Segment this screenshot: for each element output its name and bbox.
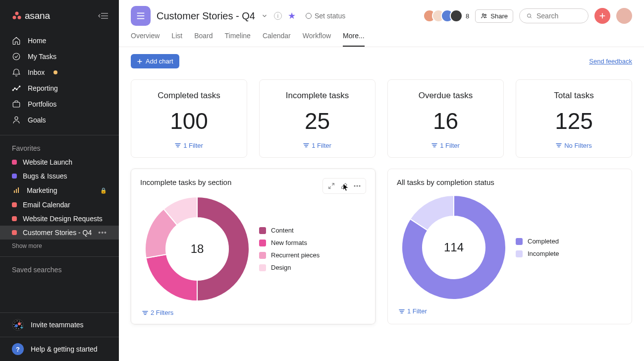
saved-searches-heading: Saved searches xyxy=(0,261,119,277)
favorite-item[interactable]: Website Design Requests xyxy=(0,212,119,226)
logo[interactable]: asana xyxy=(12,10,50,21)
nav-label: Inbox xyxy=(28,68,45,76)
sidebar-item-inbox[interactable]: Inbox xyxy=(0,64,119,80)
more-icon[interactable]: ••• xyxy=(98,229,107,237)
legend-label: Design xyxy=(271,264,291,271)
stat-value: 100 xyxy=(139,108,239,134)
add-chart-label: Add chart xyxy=(146,58,173,65)
sidebar-item-my-tasks[interactable]: My Tasks xyxy=(0,49,119,64)
chart-legend: CompletedIncomplete xyxy=(516,238,559,257)
svg-point-46 xyxy=(354,185,356,187)
favorite-item[interactable]: Marketing🔒 xyxy=(0,183,119,198)
legend-item: Recurrent pieces xyxy=(259,251,320,259)
member-avatars[interactable]: 8 xyxy=(423,9,469,22)
svg-rect-11 xyxy=(13,102,20,107)
share-button[interactable]: Share xyxy=(475,9,513,23)
search-input[interactable] xyxy=(537,12,581,20)
favorite-label: Website Launch xyxy=(23,158,72,166)
set-status-button[interactable]: Set status xyxy=(306,12,345,20)
my-tasks-icon xyxy=(12,52,21,61)
project-tabs: OverviewListBoardTimelineCalendarWorkflo… xyxy=(119,26,644,47)
stat-card[interactable]: Incomplete tasks 25 1 Filter xyxy=(259,79,376,158)
legend-swatch-icon xyxy=(259,252,266,259)
svg-point-12 xyxy=(15,117,18,120)
stat-filter-link[interactable]: 1 Filter xyxy=(175,142,203,149)
chart-card[interactable]: All tasks by completion status 114 Compl… xyxy=(387,169,632,324)
stat-filter-link[interactable]: No Filters xyxy=(556,142,592,149)
member-count: 8 xyxy=(466,12,469,20)
legend-label: Content xyxy=(271,227,294,234)
help-button[interactable]: ? Help & getting started xyxy=(0,337,119,361)
people-icon xyxy=(481,12,487,19)
star-icon[interactable]: ★ xyxy=(288,10,296,21)
donut-chart: 114 xyxy=(402,195,506,300)
svg-rect-13 xyxy=(14,190,15,193)
stat-filter-link[interactable]: 1 Filter xyxy=(303,142,331,149)
favorite-item[interactable]: Website Launch xyxy=(0,155,119,169)
legend-swatch-icon xyxy=(259,264,266,271)
favorite-item[interactable]: Customer Stories - Q4••• xyxy=(0,226,119,240)
tab-calendar[interactable]: Calendar xyxy=(263,32,291,47)
svg-point-0 xyxy=(15,12,19,15)
stat-card[interactable]: Total tasks 125 No Filters xyxy=(516,79,632,158)
dashboard-toolbar: Add chart Send feedback xyxy=(119,47,644,75)
plus-icon xyxy=(598,12,606,20)
project-color-icon xyxy=(12,216,17,221)
portfolios-icon xyxy=(12,100,21,109)
sidebar-item-portfolios[interactable]: Portfolios xyxy=(0,96,119,112)
project-icon[interactable] xyxy=(131,6,151,26)
sidebar-item-home[interactable]: Home xyxy=(0,33,119,49)
main-content: Customer Stories - Q4 i ★ Set status xyxy=(119,0,644,361)
chart-legend: ContentNew formatsRecurrent piecesDesign xyxy=(259,227,320,271)
tab-board[interactable]: Board xyxy=(194,32,213,47)
project-color-icon xyxy=(12,230,17,235)
send-feedback-link[interactable]: Send feedback xyxy=(589,58,632,65)
avatar xyxy=(450,9,463,22)
tab-workflow[interactable]: Workflow xyxy=(303,32,331,47)
favorite-item[interactable]: Bugs & Issues xyxy=(0,169,119,183)
stat-card[interactable]: Completed tasks 100 1 Filter xyxy=(131,79,247,158)
stat-title: Overdue tasks xyxy=(396,91,495,101)
inbox-icon xyxy=(12,68,21,77)
legend-swatch-icon xyxy=(259,240,266,246)
edit-icon[interactable] xyxy=(339,180,350,191)
tab-more[interactable]: More... xyxy=(343,32,365,47)
search-box[interactable] xyxy=(519,8,589,23)
more-icon[interactable] xyxy=(352,180,363,191)
legend-swatch-icon xyxy=(516,250,523,257)
legend-label: New formats xyxy=(271,239,307,246)
favorite-item[interactable]: Email Calendar xyxy=(0,198,119,212)
invite-teammates-button[interactable]: + Invite teammates xyxy=(0,312,119,337)
chart-filter-link[interactable]: 2 Filters xyxy=(140,309,173,316)
show-more-favorites[interactable]: Show more xyxy=(0,240,119,252)
svg-point-8 xyxy=(14,88,15,89)
svg-rect-14 xyxy=(16,189,17,193)
add-chart-button[interactable]: Add chart xyxy=(131,54,179,68)
invite-label: Invite teammates xyxy=(31,321,84,329)
collapse-sidebar-button[interactable] xyxy=(95,8,111,24)
svg-point-25 xyxy=(485,14,486,16)
project-menu-chevron-icon[interactable] xyxy=(261,12,268,19)
tab-overview[interactable]: Overview xyxy=(131,32,160,47)
favorite-label: Bugs & Issues xyxy=(23,172,67,180)
chart-filter-link[interactable]: 1 Filter xyxy=(397,307,427,315)
sidebar-item-reporting[interactable]: Reporting xyxy=(0,80,119,96)
svg-point-7 xyxy=(12,90,13,91)
stat-card[interactable]: Overdue tasks 16 1 Filter xyxy=(387,79,504,158)
expand-icon[interactable] xyxy=(326,180,337,191)
tab-timeline[interactable]: Timeline xyxy=(225,32,251,47)
chart-card[interactable]: Incomplete tasks by section 18 ContentNe… xyxy=(131,169,376,324)
sidebar-item-goals[interactable]: Goals xyxy=(0,112,119,128)
global-add-button[interactable] xyxy=(594,8,610,24)
tab-list[interactable]: List xyxy=(171,32,182,47)
svg-point-18 xyxy=(15,324,18,327)
invite-icon: + xyxy=(12,319,24,331)
plus-icon xyxy=(137,59,143,64)
chart-title: All tasks by completion status xyxy=(397,178,494,186)
lock-icon: 🔒 xyxy=(100,187,107,194)
info-icon[interactable]: i xyxy=(274,12,282,20)
project-color-icon xyxy=(12,160,17,165)
user-avatar[interactable] xyxy=(616,8,632,24)
stat-filter-link[interactable]: 1 Filter xyxy=(431,142,460,149)
stat-value: 16 xyxy=(396,108,495,134)
